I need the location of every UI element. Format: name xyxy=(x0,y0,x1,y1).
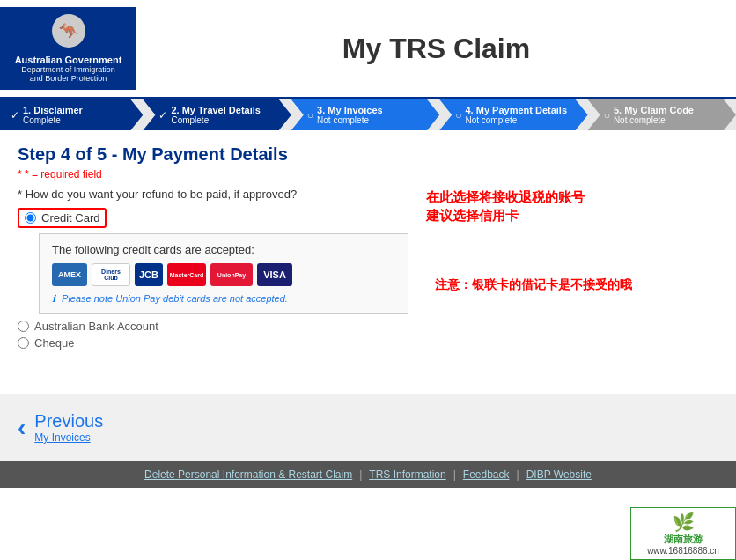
question-row: * How do you want your refund to be paid… xyxy=(18,188,718,353)
cheque-radio[interactable] xyxy=(18,337,29,349)
step-5-status: Not complete xyxy=(614,115,694,125)
bank-account-label: Australian Bank Account xyxy=(34,320,158,333)
page-title: My TRS Claim xyxy=(136,33,736,65)
annotation-2: 注意：银联卡的借记卡是不接受的哦 xyxy=(435,277,632,293)
watermark-logo: 🌿 xyxy=(635,512,732,533)
credit-card-radio[interactable] xyxy=(25,212,36,224)
dept-line1: Department of Immigration xyxy=(21,65,115,74)
cheque-option[interactable]: Cheque xyxy=(18,336,408,350)
prev-sublabel[interactable]: My Invoices xyxy=(34,431,103,444)
step-2-title: 2. My Travel Details xyxy=(171,105,261,115)
header: 🦘 Australian Government Department of Im… xyxy=(0,0,736,99)
union-note: ℹ Please note Union Pay debit cards are … xyxy=(52,293,395,305)
step-1-status: Complete xyxy=(23,115,83,125)
required-asterisk: * xyxy=(18,168,22,181)
prev-arrow-icon[interactable]: ‹ xyxy=(18,414,26,442)
prev-label[interactable]: Previous xyxy=(34,411,103,431)
coat-of-arms-icon: 🦘 xyxy=(52,14,85,48)
step-3-title: 3. My Invoices xyxy=(317,105,383,115)
step-4-status: Not complete xyxy=(465,115,567,125)
step-1-title: 1. Disclaimer xyxy=(23,105,83,115)
refund-question: * How do you want your refund to be paid… xyxy=(18,188,408,201)
watermark-site: 湖南旅游 xyxy=(635,533,732,546)
bank-account-option[interactable]: Australian Bank Account xyxy=(18,320,408,333)
diners-card-icon: Diners Club xyxy=(92,263,130,286)
gov-title: Australian Government xyxy=(15,55,122,65)
step-2-status: Complete xyxy=(171,115,261,125)
visa-card-icon: VISA xyxy=(257,263,292,286)
annotation-1: 在此选择将接收退税的账号 建议选择信用卡 xyxy=(426,188,632,225)
step-3-status: Not complete xyxy=(317,115,383,125)
watermark: 🌿 湖南旅游 www.16816886.cn xyxy=(630,507,736,560)
footer-link-dibp[interactable]: DIBP Website xyxy=(526,468,592,481)
step-5-title: 5. My Claim Code xyxy=(614,105,694,115)
step-3[interactable]: ○ 3. My Invoices Not complete xyxy=(291,99,439,130)
accepted-cards-title: The following credit cards are accepted: xyxy=(52,243,395,256)
watermark-url: www.16816886.cn xyxy=(635,546,732,556)
footer-link-trs[interactable]: TRS Information xyxy=(369,468,445,481)
credit-card-option[interactable]: Credit Card xyxy=(18,208,408,228)
bank-account-radio[interactable] xyxy=(18,321,29,332)
amex-card-icon: AMEX xyxy=(52,263,87,286)
cheque-label: Cheque xyxy=(34,336,75,350)
footer-link-feedback[interactable]: Feedback xyxy=(463,468,510,481)
mastercard-icon: MasterCard xyxy=(167,263,206,286)
step-1-icon: ✓ xyxy=(11,109,19,122)
step-4-icon: ○ xyxy=(455,109,461,122)
footer-link-delete[interactable]: Delete Personal Information & Restart Cl… xyxy=(144,468,352,481)
accepted-cards-box: The following credit cards are accepted:… xyxy=(39,233,408,314)
jcb-card-icon: JCB xyxy=(135,263,163,286)
step-3-icon: ○ xyxy=(307,109,313,122)
step-5-icon: ○ xyxy=(604,109,610,122)
gov-logo: 🦘 Australian Government Department of Im… xyxy=(0,7,136,90)
step-1[interactable]: ✓ 1. Disclaimer Complete xyxy=(0,99,143,130)
step-2-icon: ✓ xyxy=(158,109,167,122)
step-4-title: 4. My Payment Details xyxy=(465,105,567,115)
prev-link[interactable]: Previous My Invoices xyxy=(34,411,103,444)
question-left: * How do you want your refund to be paid… xyxy=(18,188,408,353)
card-icons: AMEX Diners Club JCB MasterCard UnionPay… xyxy=(52,263,395,286)
step-2[interactable]: ✓ 2. My Travel Details Complete xyxy=(143,99,291,130)
unionpay-card-icon: UnionPay xyxy=(210,263,253,286)
payment-options: Credit Card xyxy=(18,208,408,228)
step-4[interactable]: ○ 4. My Payment Details Not complete xyxy=(439,99,587,130)
step-5[interactable]: ○ 5. My Claim Code Not complete xyxy=(588,99,736,130)
nav-section: ‹ Previous My Invoices xyxy=(0,394,736,461)
progress-bar: ✓ 1. Disclaimer Complete ✓ 2. My Travel … xyxy=(0,99,736,130)
credit-card-radio-wrapper[interactable]: Credit Card xyxy=(18,208,107,228)
main-content: Step 4 of 5 - My Payment Details * * = r… xyxy=(0,130,736,367)
annotations: 在此选择将接收退税的账号 建议选择信用卡 注意：银联卡的借记卡是不接受的哦 xyxy=(408,188,632,293)
footer: Delete Personal Information & Restart Cl… xyxy=(0,461,736,488)
step-heading: Step 4 of 5 - My Payment Details xyxy=(18,144,718,165)
dept-line2: and Border Protection xyxy=(30,74,107,83)
info-icon: ℹ xyxy=(52,293,55,304)
credit-card-label: Credit Card xyxy=(41,211,99,225)
required-note: * * = required field xyxy=(18,168,718,181)
